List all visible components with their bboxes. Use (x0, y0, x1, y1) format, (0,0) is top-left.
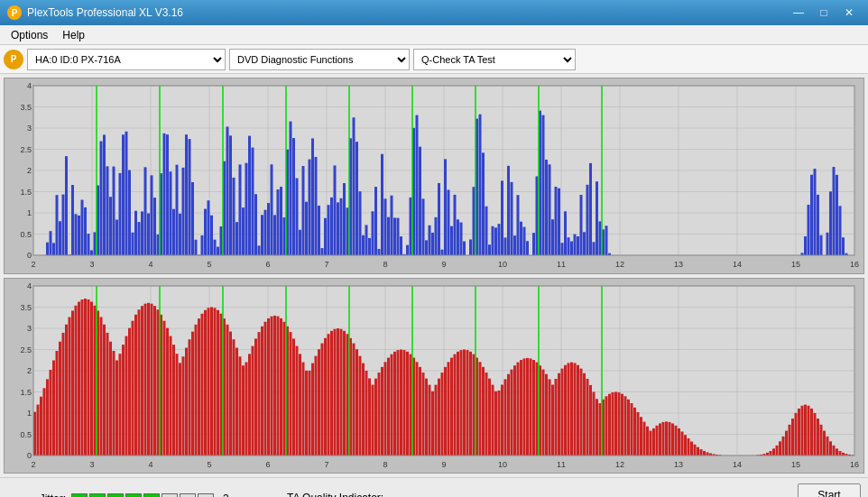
title-text: PlexTools Professional XL V3.16 (27, 6, 183, 19)
progress-segment (125, 493, 142, 498)
menu-options[interactable]: Options (4, 27, 55, 43)
test-select[interactable]: Q-Check TA Test (413, 49, 576, 70)
function-select[interactable]: DVD Diagnostic Functions (229, 49, 410, 70)
jitter-row: Jitter: 3 (7, 492, 260, 498)
progress-segment (89, 493, 106, 498)
ta-section: TA Quality Indicator: Good (287, 492, 383, 498)
progress-segment (107, 493, 124, 498)
top-chart (5, 78, 863, 273)
main-content (0, 74, 868, 477)
bottom-chart (5, 279, 863, 474)
progress-segment (162, 493, 178, 498)
menu-bar: Options Help (0, 25, 868, 45)
progress-segment (198, 493, 214, 498)
start-button[interactable]: Start (798, 483, 861, 498)
jitter-progress (71, 493, 214, 498)
jitter-label: Jitter: (7, 492, 66, 498)
title-bar-left: P PlexTools Professional XL V3.16 (7, 5, 183, 20)
progress-segment (180, 493, 196, 498)
title-controls: — □ ✕ (787, 5, 861, 21)
jitter-value: 3 (223, 492, 229, 498)
start-btn-section: Start i (798, 483, 861, 498)
toolbar-icon: P (4, 50, 23, 69)
maximize-button[interactable]: □ (812, 5, 836, 21)
toolbar: P HA:0 ID:0 PX-716A DVD Diagnostic Funct… (0, 45, 868, 74)
app-icon: P (7, 5, 22, 20)
progress-segment (143, 493, 160, 498)
metrics-section: Jitter: 3 Peak Shift: 3 (7, 492, 260, 498)
title-bar: P PlexTools Professional XL V3.16 — □ ✕ (0, 0, 868, 25)
ta-quality-label: TA Quality Indicator: (287, 492, 383, 498)
progress-segment (71, 493, 88, 498)
bottom-panel: Jitter: 3 Peak Shift: 3 TA Quality Indic… (0, 477, 868, 497)
menu-help[interactable]: Help (55, 27, 92, 43)
bottom-chart-container (4, 278, 864, 474)
drive-select[interactable]: HA:0 ID:0 PX-716A (27, 49, 226, 70)
close-button[interactable]: ✕ (837, 5, 861, 21)
top-chart-container (4, 78, 864, 274)
minimize-button[interactable]: — (787, 5, 810, 21)
